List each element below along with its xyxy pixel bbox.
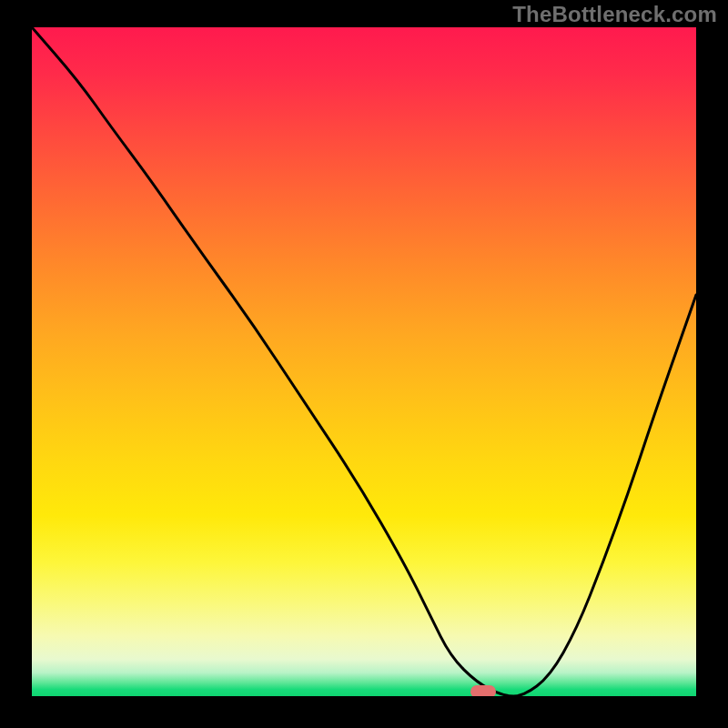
background-gradient bbox=[32, 27, 696, 696]
optimum-marker bbox=[470, 685, 496, 696]
plot-area bbox=[32, 27, 696, 696]
chart-frame: TheBottleneck.com bbox=[0, 0, 728, 728]
watermark-label: TheBottleneck.com bbox=[512, 2, 717, 27]
